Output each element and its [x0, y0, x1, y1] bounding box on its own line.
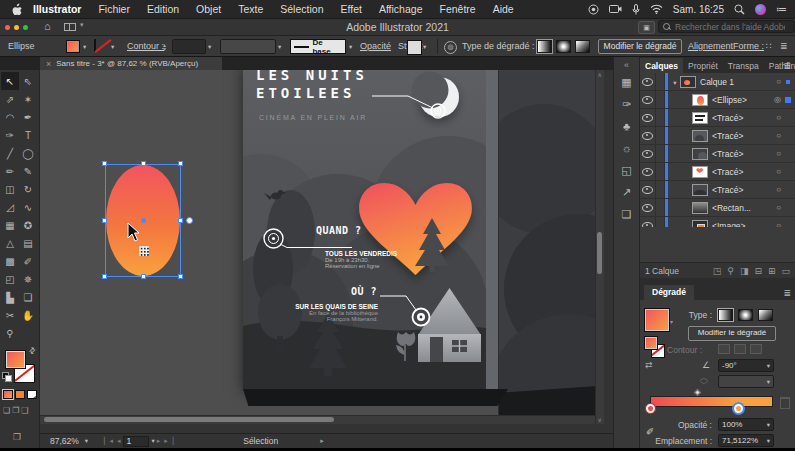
stroke-weight-field[interactable] [172, 39, 206, 54]
spotlight-search-icon[interactable] [734, 4, 745, 15]
locate-object-icon[interactable]: ⚲ [727, 266, 734, 276]
gradient-tool[interactable]: ▩ [1, 252, 19, 270]
resize-handle[interactable] [178, 218, 183, 223]
layer-row[interactable]: <Tracé>○ [640, 181, 795, 199]
zoom-level[interactable]: 87,62% [50, 436, 79, 446]
style-swatch[interactable] [407, 40, 422, 55]
freeform-gradient-button[interactable] [575, 40, 590, 53]
target-circle-icon[interactable]: ○ [776, 131, 781, 140]
menu-illustrator[interactable]: Illustrator [33, 3, 81, 15]
magic-wand-tool[interactable]: ✶ [19, 90, 37, 108]
fill-color-control[interactable] [5, 350, 26, 369]
eyedropper-tool[interactable]: ✐ [19, 252, 37, 270]
brushes-panel-icon[interactable]: ✑ [614, 93, 639, 115]
gradient-fill-swatch[interactable] [644, 336, 658, 350]
artboard-tool[interactable]: ❏ [19, 288, 37, 306]
gradient-stop-end[interactable] [734, 404, 743, 413]
shaper-tool[interactable]: ✎ [19, 162, 37, 180]
visibility-eye-icon[interactable] [640, 163, 656, 180]
expand-layer-icon[interactable]: ▾ [673, 79, 676, 86]
rotate-tool[interactable]: ↻ [19, 180, 37, 198]
column-graph-tool[interactable]: ▙ [1, 288, 19, 306]
width-tool[interactable]: ∿ [19, 198, 37, 216]
horizontal-scrollbar[interactable] [40, 415, 595, 424]
solid-color-mode-button[interactable] [15, 390, 25, 399]
pen-tool[interactable]: ✒ [19, 108, 37, 126]
gradient-slider[interactable] [650, 396, 773, 407]
next-artboard-icon[interactable]: ▸ [157, 437, 161, 445]
gradient-angle-field[interactable]: -90°▾ [718, 359, 774, 372]
visibility-eye-icon[interactable] [640, 145, 656, 162]
menu-edition[interactable]: Edition [147, 3, 179, 15]
target-circle-icon[interactable]: ○ [776, 113, 781, 122]
location-field[interactable]: 71,5122%▾ [718, 434, 774, 447]
camera-icon[interactable] [609, 4, 622, 14]
chevron-down-icon[interactable]: ▾ [349, 43, 352, 51]
chevron-down-icon[interactable]: ▾ [423, 43, 426, 51]
export-panel-icon[interactable]: ↗ [614, 181, 639, 203]
gradient-stop-start[interactable] [646, 404, 655, 413]
canvas[interactable]: LES NUITS ETOILEES CINÉMA EN PLEIN AIR Q… [40, 70, 604, 424]
help-search-field[interactable] [658, 20, 795, 33]
gradient-midpoint-handle[interactable] [694, 389, 701, 396]
scale-tool[interactable]: ◿ [1, 198, 19, 216]
chevron-down-icon[interactable]: ▾ [85, 437, 88, 445]
delete-stop-icon[interactable] [780, 397, 790, 409]
microphone-icon[interactable] [632, 4, 640, 15]
gradient-panel-menu-icon[interactable]: ≣ [783, 288, 791, 298]
stroke-label[interactable]: Contour : [127, 41, 164, 51]
tab-calques[interactable]: Calques [640, 58, 683, 73]
resize-handle[interactable] [141, 161, 146, 166]
radial-gradient-button[interactable] [556, 40, 571, 53]
chevron-down-icon[interactable]: ▾ [111, 43, 114, 51]
stroke-weight-stepper[interactable]: ▲▼ [160, 39, 169, 54]
draw-behind-mode-icon[interactable]: ❐ [12, 406, 19, 415]
chevron-down-icon[interactable]: ▾ [278, 43, 281, 51]
stroke-color-swatch[interactable] [94, 39, 96, 52]
none-color-mode-button[interactable] [27, 390, 37, 399]
layer-row[interactable]: <Tracé>○ [640, 145, 795, 163]
shape-label[interactable]: Forme : [733, 41, 764, 51]
vertical-scrollbar[interactable]: ∧ ∨ [595, 70, 604, 424]
close-tab-icon[interactable]: × [46, 59, 51, 69]
globe-icon[interactable]: ◍ [444, 41, 457, 54]
brush-definition-dropdown[interactable]: De base [290, 39, 346, 54]
stroke-along-icon[interactable] [734, 344, 746, 354]
symbols-panel-icon[interactable]: ♣ [614, 115, 639, 137]
menubar-clock[interactable]: Sam. 16:25 [673, 4, 724, 15]
fill-color-swatch[interactable] [66, 40, 80, 53]
opacity-field[interactable]: 100%▾ [718, 418, 774, 431]
document-tab[interactable]: × Sans titre - 3* @ 87,62 % (RVB/Aperçu) [40, 57, 222, 70]
apple-logo-icon[interactable] [12, 3, 23, 15]
hand-tool[interactable]: ✋ [19, 306, 37, 324]
chevron-down-icon[interactable]: ▾ [83, 43, 86, 51]
vertical-scroll-thumb[interactable] [597, 232, 602, 274]
layer-row[interactable]: <Ellipse>◎ [640, 91, 795, 109]
aspect-ratio-field[interactable]: ▾ [718, 375, 774, 388]
layer-row[interactable]: <Tracé>○ [640, 109, 795, 127]
layers-panel-menu-icon[interactable]: ≣ [783, 61, 791, 71]
last-artboard-icon[interactable]: ▸▕ [164, 437, 173, 445]
expand-panels-icon[interactable]: « [614, 59, 639, 71]
tab-transpa[interactable]: Transpa [723, 58, 764, 73]
resize-handle[interactable] [102, 218, 107, 223]
target-circle-icon[interactable]: ○ [776, 77, 781, 86]
freeform-gradient-button[interactable] [758, 309, 773, 321]
target-circle-icon[interactable]: ○ [776, 185, 781, 194]
radial-gradient-button[interactable] [738, 309, 753, 321]
previous-artboard-icon[interactable]: ◂ [117, 437, 121, 445]
first-artboard-icon[interactable]: ▏◂ [104, 437, 113, 445]
paintbrush-tool[interactable]: ✏ [1, 162, 19, 180]
type-tool[interactable]: T [19, 126, 37, 144]
chevron-down-icon[interactable]: ▾ [208, 43, 211, 51]
control-center-icon[interactable]: ≔ [776, 4, 787, 15]
resize-handle[interactable] [178, 161, 183, 166]
collect-for-export-icon[interactable]: ◳ [713, 266, 722, 276]
free-transform-tool[interactable]: ▦ [1, 216, 19, 234]
tab-gradient[interactable]: Dégradé [644, 285, 694, 300]
gpu-performance-icon[interactable]: ▣ [638, 21, 655, 34]
zoom-tool[interactable]: ⚲ [1, 324, 19, 342]
visibility-eye-icon[interactable] [640, 181, 656, 198]
layer-row[interactable]: <Tracé>○ [640, 163, 795, 181]
siri-icon[interactable] [755, 4, 766, 15]
